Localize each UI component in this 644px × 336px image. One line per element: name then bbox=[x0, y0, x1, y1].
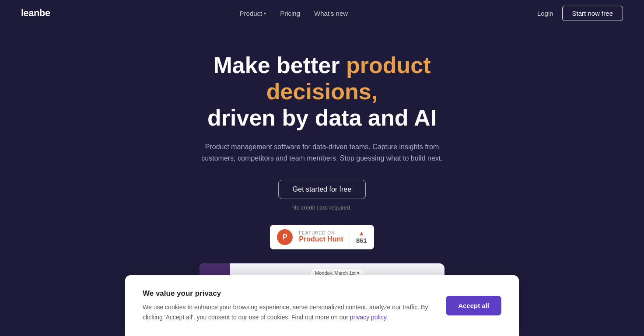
cookie-content: We value your privacy We use cookies to … bbox=[143, 289, 428, 322]
start-now-button[interactable]: Start now free bbox=[562, 6, 623, 21]
nav-actions: Login Start now free bbox=[537, 6, 623, 21]
nav-product[interactable]: Product ▾ bbox=[239, 10, 266, 17]
nav-links: Product ▾ Pricing What's new bbox=[239, 10, 348, 17]
cookie-banner: We value your privacy We use cookies to … bbox=[125, 275, 519, 336]
product-hunt-badge[interactable]: P FEATURED ON Product Hunt ▲ 861 bbox=[270, 225, 374, 249]
no-credit-card-text: No credit card required. bbox=[292, 204, 352, 211]
privacy-policy-link[interactable]: privacy policy. bbox=[350, 314, 388, 321]
product-hunt-text: FEATURED ON Product Hunt bbox=[299, 231, 343, 243]
nav-pricing[interactable]: Pricing bbox=[280, 10, 300, 17]
nav-whats-new[interactable]: What's new bbox=[314, 10, 348, 17]
cookie-body: We use cookies to enhance your browsing … bbox=[143, 302, 428, 322]
cookie-overlay: We value your privacy We use cookies to … bbox=[0, 275, 644, 336]
upvote-icon: ▲ bbox=[358, 230, 364, 237]
logo[interactable]: leanbe bbox=[21, 7, 50, 19]
get-started-button[interactable]: Get started for free bbox=[278, 180, 366, 199]
product-hunt-icon: P bbox=[277, 229, 293, 245]
hero-headline: Make better product decisions, driven by… bbox=[169, 52, 475, 131]
product-hunt-votes: ▲ 861 bbox=[350, 230, 367, 244]
cookie-title: We value your privacy bbox=[143, 289, 428, 298]
accept-all-button[interactable]: Accept all bbox=[446, 296, 501, 315]
login-button[interactable]: Login bbox=[537, 10, 553, 17]
navbar: leanbe Product ▾ Pricing What's new Logi… bbox=[0, 0, 644, 26]
chevron-down-icon: ▾ bbox=[264, 11, 266, 16]
hero-subline: Product management software for data-dri… bbox=[200, 141, 444, 164]
